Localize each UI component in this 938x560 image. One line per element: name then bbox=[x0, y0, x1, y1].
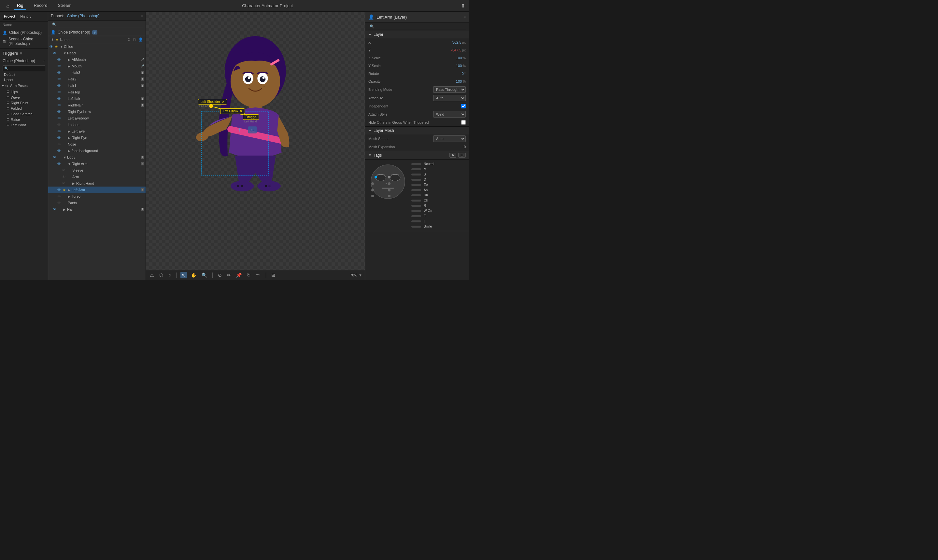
vis-right-eye[interactable]: 👁 bbox=[57, 136, 62, 140]
expand-torso[interactable]: ▶ bbox=[68, 195, 71, 198]
tree-item-head[interactable]: 👁 ▼ Head bbox=[48, 50, 146, 56]
prop-independent-checkbox[interactable] bbox=[461, 104, 466, 108]
expand-left-arm[interactable]: ▶ bbox=[68, 188, 71, 192]
tree-item-mouth[interactable]: 👁 ▶ Mouth 🎤 bbox=[48, 63, 146, 69]
expand-mouth[interactable]: ▶ bbox=[68, 65, 71, 68]
vis-left-eye[interactable]: 👁 bbox=[57, 129, 62, 133]
node-left-elbow[interactable]: Left Elbow ✕ bbox=[220, 108, 245, 114]
prop-hide-others-checkbox[interactable] bbox=[461, 120, 466, 125]
grid-tool[interactable]: ⊞ bbox=[270, 272, 277, 278]
prop-x-value[interactable]: 362.5 bbox=[442, 40, 461, 44]
tree-item-torso[interactable]: 👁 ▶ Torso bbox=[48, 193, 146, 200]
tree-item-right-arm[interactable]: 👁 ▼ Right Arm 4 bbox=[48, 160, 146, 167]
vis-left-eyebrow[interactable]: 👁 bbox=[57, 116, 62, 120]
expand-left-eye[interactable]: ▶ bbox=[68, 129, 71, 133]
tree-item-chloe[interactable]: 👁 ★ ▼ Chloe bbox=[48, 43, 146, 50]
vis-hair2[interactable]: 👁 bbox=[57, 77, 62, 81]
vis-pants[interactable]: 👁 bbox=[57, 201, 62, 205]
tree-item-hair3[interactable]: 👁 Hair3 1 bbox=[48, 69, 146, 76]
left-elbow-close[interactable]: ✕ bbox=[240, 109, 242, 113]
vis-hairtop[interactable]: 👁 bbox=[57, 90, 62, 94]
tab-history[interactable]: History bbox=[19, 14, 32, 19]
expand-body[interactable]: ▼ bbox=[63, 155, 66, 159]
hand-tool[interactable]: ✋ bbox=[189, 272, 198, 278]
arm-pose-left-point[interactable]: ⊙ Left Point bbox=[0, 122, 48, 128]
right-cheek-dot[interactable] bbox=[388, 182, 391, 185]
rotate-tool[interactable]: ↻ bbox=[246, 272, 252, 278]
vis-hair[interactable]: 👁 bbox=[53, 208, 57, 211]
tree-item-hairtop[interactable]: 👁 HairTop bbox=[48, 89, 146, 95]
tab-stream[interactable]: Stream bbox=[55, 2, 74, 10]
vis-face-bg[interactable]: 👁 bbox=[57, 149, 62, 153]
expand-altmouth[interactable]: ▶ bbox=[68, 58, 71, 62]
tree-item-hair1[interactable]: 👁 Hair1 1 bbox=[48, 82, 146, 89]
vis-hair1[interactable]: 👁 bbox=[57, 84, 62, 88]
export-icon[interactable]: ⬆ bbox=[461, 3, 465, 9]
pin-tool[interactable]: 📌 bbox=[235, 272, 243, 278]
tree-item-sleeve[interactable]: 👁 Sleeve bbox=[48, 167, 146, 174]
brush-tool[interactable]: ✏ bbox=[226, 272, 232, 278]
arm-pose-raise[interactable]: ⊙ Raise bbox=[0, 117, 48, 122]
vis-lefthair[interactable]: 👁 bbox=[57, 97, 62, 101]
tree-item-lefthair[interactable]: 👁 LeftHair 1 bbox=[48, 95, 146, 102]
tree-item-hair2[interactable]: 👁 Hair2 1 bbox=[48, 76, 146, 82]
prop-attach-to-dropdown[interactable]: Auto None Origin bbox=[433, 95, 466, 101]
prop-opacity-value[interactable]: 100 bbox=[442, 80, 462, 83]
bottom-left-dot[interactable] bbox=[371, 189, 374, 191]
tree-item-righthair[interactable]: 👁 RightHair 1 bbox=[48, 102, 146, 108]
vis-mouth[interactable]: 👁 bbox=[57, 64, 62, 68]
vis-chloe[interactable]: 👁 bbox=[49, 45, 54, 49]
tree-item-altmouth[interactable]: 👁 ▶ AltMouth 🎤 bbox=[48, 56, 146, 63]
vis-body[interactable]: 👁 bbox=[53, 155, 57, 159]
arm-pose-wave[interactable]: ⊙ Wave bbox=[0, 94, 48, 100]
node-left-shoulder[interactable]: Left Shoulder ✕ Left Arm bbox=[198, 99, 227, 108]
tree-item-pants[interactable]: 👁 Pants bbox=[48, 200, 146, 206]
prop-y-scale-value[interactable]: 100 bbox=[442, 64, 462, 68]
expand-face-bg[interactable]: ▶ bbox=[68, 149, 71, 153]
vis-torso[interactable]: 👁 bbox=[57, 194, 62, 198]
project-item-scene[interactable]: 🎬 Scene - Chloe (Photoshop) bbox=[0, 36, 48, 47]
vis-sleeve[interactable]: 👁 bbox=[62, 168, 66, 172]
vis-hair3[interactable]: 👁 bbox=[57, 71, 62, 75]
bottom-right-dot[interactable] bbox=[388, 189, 391, 191]
prop-attach-style-dropdown[interactable]: Weld Rigid Free bbox=[433, 111, 466, 117]
expand-chloe[interactable]: ▼ bbox=[60, 45, 63, 49]
arm-pose-hips[interactable]: ⊙ Hips bbox=[0, 89, 48, 94]
trigger-item-default[interactable]: Default bbox=[0, 72, 48, 77]
expand-right-arm[interactable]: ▼ bbox=[68, 162, 71, 166]
arm-pose-head-scratch[interactable]: ⊙ Head Scratch bbox=[0, 111, 48, 117]
puppet-name-link[interactable]: Chloe (Photoshop) bbox=[67, 14, 99, 18]
prop-y-value[interactable]: -347.5 bbox=[442, 48, 461, 52]
puppet-menu-icon[interactable]: ≡ bbox=[141, 14, 143, 18]
add-trigger-button[interactable]: + bbox=[43, 58, 45, 63]
puppet-search-input[interactable] bbox=[51, 22, 143, 27]
trigger-item-upset[interactable]: Upset bbox=[0, 77, 48, 82]
tree-item-body[interactable]: 👁 ▼ Body 2 bbox=[48, 154, 146, 160]
left-cheek-dot[interactable] bbox=[371, 182, 374, 185]
vis-left-arm[interactable]: 👁 bbox=[57, 188, 62, 192]
tree-item-hair[interactable]: 👁 ▶ Hair 1 bbox=[48, 206, 146, 212]
arm-poses-group[interactable]: ▼ ⊙ Arm Poses bbox=[0, 82, 48, 89]
right-panel-menu-icon[interactable]: ≡ bbox=[464, 15, 466, 19]
prop-blending-dropdown[interactable]: Pass Through Normal Multiply Screen bbox=[433, 86, 466, 93]
prop-mesh-expansion-value[interactable]: 0 bbox=[446, 145, 466, 149]
vis-right-eyebrow[interactable]: 👁 bbox=[57, 110, 62, 114]
prop-search-input[interactable] bbox=[368, 24, 466, 29]
vis-righthair[interactable]: 👁 bbox=[57, 103, 62, 107]
warning-tool[interactable]: ⚠ bbox=[148, 272, 156, 278]
arm-pose-folded[interactable]: ⊙ Folded bbox=[0, 106, 48, 111]
expand-right-eye[interactable]: ▶ bbox=[68, 136, 71, 140]
tree-item-left-eyebrow[interactable]: 👁 Left Eyebrow bbox=[48, 115, 146, 122]
tags-a-button[interactable]: A bbox=[450, 153, 456, 158]
cursor-tool[interactable]: ↖ bbox=[180, 272, 187, 278]
tree-item-right-eyebrow[interactable]: 👁 Right Eyebrow bbox=[48, 108, 146, 115]
tree-item-arm[interactable]: 👁 Arm bbox=[48, 174, 146, 180]
layer-mesh-section-header[interactable]: ▼ Layer Mesh bbox=[365, 127, 469, 134]
canvas-content[interactable]: Ch ✕✕ ✕✕ bbox=[146, 12, 365, 270]
zoom-tool[interactable]: 🔍 bbox=[200, 272, 208, 278]
triggers-search-input[interactable] bbox=[3, 65, 45, 71]
tab-record[interactable]: Record bbox=[31, 2, 50, 10]
vis-right-arm[interactable]: 👁 bbox=[57, 162, 62, 166]
tree-item-left-arm[interactable]: 👁 ★ ▶ Left Arm 4 bbox=[48, 186, 146, 193]
expand-right-hand[interactable]: ▶ bbox=[72, 182, 75, 185]
